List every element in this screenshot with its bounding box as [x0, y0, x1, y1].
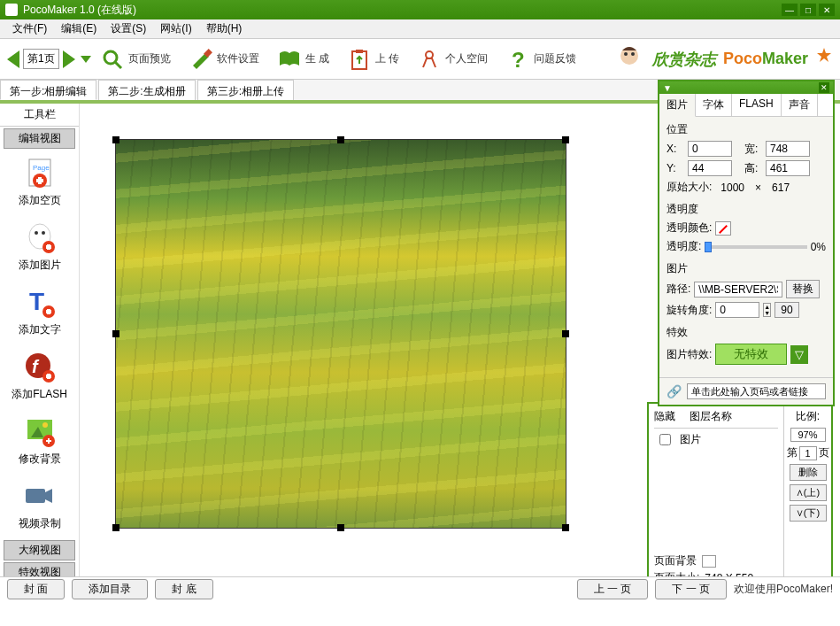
flash-icon: f: [22, 352, 58, 383]
menu-edit[interactable]: 编辑(E): [54, 21, 104, 36]
move-down-button[interactable]: ∨(下): [790, 505, 827, 522]
landscape-photo: [116, 140, 566, 528]
next-page-arrow-icon[interactable]: [63, 50, 75, 68]
sidebar-tab-outline-view[interactable]: 大纲视图: [4, 540, 75, 560]
svg-rect-21: [47, 244, 50, 250]
sidebar-item-add-image[interactable]: 添加图片: [0, 215, 79, 280]
next-page-button[interactable]: 下 一 页: [655, 579, 727, 599]
text-icon: T: [22, 287, 58, 319]
clipboard-icon: [347, 47, 372, 72]
question-icon: ?: [505, 47, 530, 72]
resize-handle-mr[interactable]: [562, 330, 569, 337]
toolbar: 第1页 页面预览 软件设置 生 成 上 传 个人空间 ? 问题反馈 欣赏杂志 P…: [0, 39, 840, 80]
close-button[interactable]: ✕: [819, 4, 835, 16]
ratio-input[interactable]: [790, 428, 826, 442]
path-input[interactable]: [694, 282, 782, 298]
page-num-input[interactable]: [799, 446, 817, 460]
transparent-color-swatch[interactable]: [715, 221, 731, 236]
rotate-90-button[interactable]: 90: [774, 302, 798, 318]
effect-button[interactable]: 无特效: [715, 344, 787, 365]
props-panel-handle[interactable]: ▼ ✕: [659, 81, 833, 94]
book-icon: [277, 47, 302, 72]
height-input[interactable]: [766, 160, 810, 176]
width-input[interactable]: [766, 141, 810, 157]
svg-rect-15: [38, 177, 42, 184]
preview-button[interactable]: 页面预览: [91, 47, 180, 72]
camera-icon: [22, 481, 58, 513]
page-dropdown-icon[interactable]: [81, 56, 91, 63]
cover-button[interactable]: 封 面: [7, 579, 65, 599]
y-input[interactable]: [688, 160, 732, 176]
resize-handle-ml[interactable]: [112, 330, 119, 337]
layer-row[interactable]: 图片: [654, 429, 778, 451]
svg-rect-35: [26, 489, 45, 503]
generate-button[interactable]: 生 成: [268, 47, 338, 72]
props-tab-image[interactable]: 图片: [659, 94, 696, 117]
layer-hide-checkbox[interactable]: [659, 434, 671, 445]
props-close-button[interactable]: ✕: [819, 82, 829, 93]
props-tab-font[interactable]: 字体: [696, 94, 732, 116]
link-input[interactable]: [687, 383, 826, 399]
sidebar-item-video-rec[interactable]: 视频录制: [0, 474, 79, 538]
maximize-button[interactable]: □: [800, 4, 816, 16]
space-button[interactable]: 个人空间: [408, 47, 497, 72]
replace-button[interactable]: 替换: [786, 280, 820, 298]
brand-logo: PocoMaker: [723, 50, 808, 68]
sidebar-item-add-text[interactable]: T 添加文字: [0, 280, 79, 344]
menu-settings[interactable]: 设置(S): [104, 21, 153, 36]
back-cover-button[interactable]: 封 底: [155, 579, 212, 599]
add-toc-button[interactable]: 添加目录: [72, 579, 148, 599]
x-input[interactable]: [688, 141, 732, 157]
angle-spinner[interactable]: ▲▼: [763, 303, 771, 317]
upload-button[interactable]: 上 传: [338, 47, 408, 72]
layers-panel: ▼ 隐藏 图层名称 图片 页面背景 页面大小:748 X 550 比例: 第 页: [647, 402, 833, 592]
props-tab-flash[interactable]: FLASH: [732, 94, 782, 116]
step-tab-1[interactable]: 第一步:相册编辑: [0, 80, 96, 100]
settings-button[interactable]: 软件设置: [180, 47, 268, 72]
svg-point-18: [42, 231, 45, 235]
app-icon: [5, 4, 18, 16]
sidebar-item-add-page[interactable]: Page 添加空页: [0, 151, 79, 215]
opacity-value: 0%: [811, 241, 826, 253]
angle-input[interactable]: [715, 302, 759, 318]
titlebar: PocoMaker 1.0 (在线版) — □ ✕: [0, 0, 840, 19]
delete-button[interactable]: 删除: [790, 464, 827, 481]
menu-website[interactable]: 网站(I): [153, 21, 198, 36]
resize-handle-bl[interactable]: [112, 524, 119, 531]
menu-file[interactable]: 文件(F): [5, 21, 54, 36]
resize-handle-tm[interactable]: [337, 136, 344, 143]
svg-text:Page: Page: [33, 164, 50, 172]
move-up-button[interactable]: ∧(上): [790, 484, 827, 501]
step-tab-2[interactable]: 第二步:生成相册: [98, 80, 195, 100]
bg-color-swatch[interactable]: [702, 555, 716, 568]
chevron-down-icon: ▼: [663, 83, 672, 93]
brush-icon: [189, 47, 213, 72]
resize-handle-bm[interactable]: [337, 524, 344, 531]
canvas-image[interactable]: [115, 139, 566, 529]
image-section: 图片 路径: 替换 旋转角度: ▲▼ 90: [667, 261, 826, 318]
sidebar-item-change-bg[interactable]: 修改背景: [0, 409, 79, 474]
sidebar-item-add-flash[interactable]: f 添加FLASH: [0, 344, 79, 409]
menu-help[interactable]: 帮助(H): [199, 21, 250, 36]
status-text: 欢迎使用PocoMaker!: [734, 582, 833, 597]
minimize-button[interactable]: —: [782, 4, 798, 16]
page-selector[interactable]: 第1页: [23, 49, 59, 69]
resize-handle-tl[interactable]: [112, 136, 119, 143]
svg-point-17: [35, 231, 38, 235]
page-nav: 第1页: [7, 49, 91, 69]
prev-page-button[interactable]: 上 一 页: [577, 579, 649, 599]
resize-handle-tr[interactable]: [562, 136, 569, 143]
effect-dropdown-icon[interactable]: ▽: [790, 345, 808, 364]
svg-line-1: [115, 62, 121, 68]
svg-point-5: [426, 51, 433, 58]
star-icon: [815, 46, 833, 73]
svg-point-0: [104, 51, 117, 64]
resize-handle-br[interactable]: [562, 524, 569, 531]
props-tab-sound[interactable]: 声音: [782, 94, 818, 116]
step-tab-3[interactable]: 第三步:相册上传: [197, 80, 294, 100]
prev-page-arrow-icon[interactable]: [7, 50, 19, 68]
sidebar-tab-edit-view[interactable]: 编辑视图: [4, 128, 75, 149]
svg-point-9: [631, 52, 635, 56]
opacity-slider[interactable]: [705, 245, 806, 249]
feedback-button[interactable]: ? 问题反馈: [497, 47, 585, 72]
